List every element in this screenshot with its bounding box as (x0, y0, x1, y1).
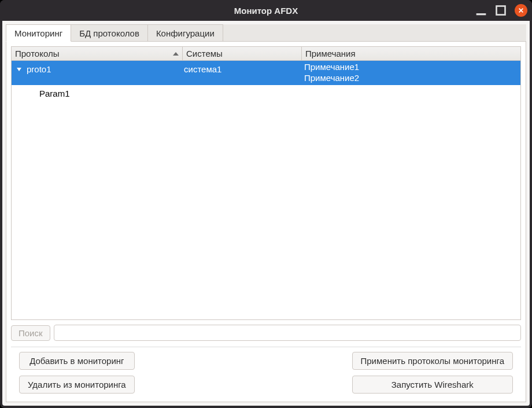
right-button-column: Применить протоколы мониторинга Запустит… (352, 352, 513, 394)
add-to-monitoring-button[interactable]: Добавить в мониторинг (19, 352, 135, 370)
bottom-buttons: Добавить в мониторинг Удалить из монитор… (11, 352, 521, 397)
tree-row[interactable]: Param1 (12, 85, 520, 102)
client-area: Мониторинг БД протоколов Конфигурации Пр… (2, 21, 530, 406)
search-row: Поиск (11, 325, 521, 341)
minimize-button[interactable] (475, 5, 487, 16)
tab-bar: Мониторинг БД протоколов Конфигурации (6, 24, 526, 42)
apply-protocols-button[interactable]: Применить протоколы мониторинга (352, 352, 513, 370)
button-label: Запустить Wireshark (391, 380, 474, 389)
tree-row[interactable]: proto1 система1 Примечание1 Примечание2 (12, 61, 520, 85)
column-header-protocols[interactable]: Протоколы (12, 47, 183, 60)
remove-from-monitoring-button[interactable]: Удалить из мониторинга (19, 376, 135, 394)
button-label: Применить протоколы мониторинга (361, 356, 505, 366)
window-controls (475, 0, 527, 21)
svg-rect-1 (497, 6, 505, 15)
left-button-column: Добавить в мониторинг Удалить из монитор… (19, 352, 135, 394)
column-header-systems[interactable]: Системы (183, 47, 302, 60)
note-line: Примечание1 (304, 62, 518, 73)
tab-monitoring[interactable]: Мониторинг (6, 24, 71, 42)
svg-marker-4 (17, 68, 21, 71)
button-label: Поиск (19, 328, 43, 338)
search-input[interactable] (54, 325, 521, 341)
tab-configs[interactable]: Конфигурации (148, 24, 223, 41)
protocol-name: proto1 (27, 64, 51, 74)
system-name: система1 (184, 64, 221, 74)
launch-wireshark-button[interactable]: Запустить Wireshark (352, 376, 513, 394)
close-button[interactable] (515, 4, 527, 17)
maximize-button[interactable] (495, 5, 507, 16)
search-button[interactable]: Поиск (11, 325, 50, 341)
sort-ascending-icon (173, 52, 179, 56)
cell-notes: Примечание1 Примечание2 (302, 61, 520, 85)
protocol-tree: Протоколы Системы Примечания (11, 46, 521, 320)
tab-label: Конфигурации (156, 28, 215, 38)
separator (11, 347, 521, 347)
cell-notes (302, 85, 520, 87)
tab-label: БД протоколов (79, 28, 139, 38)
tree-body[interactable]: proto1 система1 Примечание1 Примечание2 … (12, 61, 520, 319)
expander-icon[interactable] (15, 65, 23, 73)
column-header-label: Системы (186, 49, 223, 58)
cell-system: система1 (183, 61, 302, 78)
cell-protocol: proto1 (12, 61, 183, 78)
param-name: Param1 (39, 89, 70, 98)
cell-protocol: Param1 (12, 85, 183, 102)
window-title: Монитор AFDX (234, 6, 298, 16)
column-header-label: Примечания (305, 49, 356, 58)
button-label: Удалить из мониторинга (28, 380, 126, 389)
tree-header: Протоколы Системы Примечания (12, 47, 520, 61)
column-header-label: Протоколы (15, 49, 59, 58)
cell-system (183, 85, 302, 92)
note-line: Примечание2 (304, 73, 518, 84)
button-label: Добавить в мониторинг (29, 356, 124, 366)
tab-db-protocols[interactable]: БД протоколов (71, 24, 148, 41)
column-header-notes[interactable]: Примечания (302, 47, 520, 60)
tab-label: Мониторинг (14, 28, 62, 38)
titlebar: Монитор AFDX (0, 0, 532, 21)
tab-content: Протоколы Системы Примечания (6, 42, 526, 402)
app-window: Монитор AFDX Мониторинг БД протоколов Ко… (0, 0, 532, 408)
